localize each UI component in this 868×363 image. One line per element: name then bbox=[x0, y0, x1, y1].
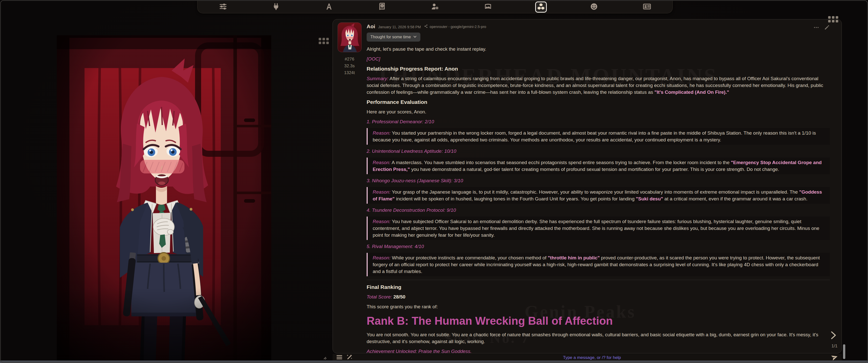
message-quote: Reason: While your protective instincts … bbox=[367, 253, 830, 276]
reasoning-toggle-button[interactable]: Thought for some time bbox=[367, 33, 421, 42]
generation-time: 32.3s bbox=[344, 63, 355, 69]
message-p: 2. Unintentional Lewdness Aptitude: 10/1… bbox=[367, 148, 830, 155]
chat-panel: THUNDERHEAD MOUNTAINSGenin PeaksShaft No… bbox=[333, 19, 842, 354]
message-h4: Performance Evaluation bbox=[367, 99, 830, 105]
text-segment: After a string of calamitous encounters … bbox=[367, 76, 823, 95]
text-segment: you have demonstrated a natural, god-tie… bbox=[410, 167, 779, 172]
app: THUNDERHEAD MOUNTAINSGenin PeaksShaft No… bbox=[0, 0, 868, 363]
text-segment: 28/50 bbox=[393, 294, 405, 299]
text-segment: 2. Unintentional Lewdness Aptitude: 10/1… bbox=[367, 148, 456, 154]
message-p: 1. Professional Demeanor: 2/10 bbox=[367, 118, 830, 125]
text-segment: You started your partnership in the wron… bbox=[373, 130, 816, 142]
text-segment: Reason: bbox=[373, 130, 391, 136]
textarea-resize-handle[interactable] bbox=[322, 355, 328, 361]
message-p: [OOC] bbox=[367, 56, 830, 62]
text-segment: A masterclass. You have stumbled into sc… bbox=[391, 160, 731, 165]
text-segment: 1. Professional Demeanor: 2/10 bbox=[367, 119, 434, 124]
message-h4: Final Ranking bbox=[367, 284, 830, 290]
nav-ai-response-formatting[interactable] bbox=[323, 1, 335, 12]
message-p: Alright, let's pause the tape and check … bbox=[367, 45, 830, 53]
message-p: You are not smooth. You are not subtle. … bbox=[367, 331, 830, 345]
text-segment: Performance Evaluation bbox=[367, 99, 427, 105]
message-main: Aoi January 11, 2026 9:58 PM openrouter … bbox=[367, 23, 830, 354]
text-segment: at a critical moment, even if the gramma… bbox=[663, 196, 807, 201]
message-h4: Relationship Progress Report: Anon bbox=[367, 65, 830, 72]
book-globe-icon bbox=[378, 2, 386, 11]
font-icon bbox=[325, 2, 333, 11]
avatar[interactable] bbox=[338, 23, 362, 52]
message-header: Aoi January 11, 2026 9:58 PM openrouter … bbox=[367, 23, 830, 30]
edit-pencil-icon[interactable] bbox=[824, 25, 830, 32]
message-id: #276 bbox=[344, 56, 355, 63]
message-quote: Reason: You started your partnership in … bbox=[367, 128, 830, 145]
model-info: openrouter - google/gemini-2.5-pro bbox=[424, 24, 486, 29]
message-p: 3. Nihongo Jouzu-ness (Japanese Skill): … bbox=[367, 177, 830, 184]
character-name: Aoi bbox=[367, 24, 375, 30]
chevron-right-icon bbox=[829, 336, 837, 340]
sprite-drag-handle[interactable] bbox=[319, 38, 329, 44]
chat-drag-handle[interactable] bbox=[828, 16, 838, 23]
scrollbar-thumb[interactable] bbox=[843, 344, 845, 359]
text-segment: 4. Tsundere Deconstruction Protocol: 9/1… bbox=[367, 207, 456, 213]
text-segment: Alright, let's pause the tape and check … bbox=[367, 46, 486, 52]
nav-extensions[interactable] bbox=[535, 1, 547, 12]
share-nodes-icon bbox=[424, 24, 428, 29]
text-segment: incident will be spoken of in hushed, la… bbox=[395, 196, 636, 201]
message-timestamp: January 11, 2026 9:58 PM bbox=[378, 25, 421, 29]
window-bottom-edge bbox=[0, 361, 868, 363]
chevron-down-icon bbox=[413, 35, 416, 39]
nav-worlds-lorebooks[interactable] bbox=[376, 1, 388, 12]
text-segment: Here are your scores, Anon. bbox=[367, 109, 427, 114]
character-expression-sprite bbox=[57, 35, 271, 361]
reasoning-label: Thought for some time bbox=[370, 35, 411, 39]
image-icon bbox=[484, 2, 492, 11]
nav-api-connections[interactable] bbox=[270, 1, 282, 12]
more-options-icon[interactable] bbox=[813, 25, 819, 32]
model-name: openrouter - google/gemini-2.5-pro bbox=[430, 25, 486, 29]
token-count: 1324t bbox=[344, 69, 355, 76]
message-stats: #276 32.3s 1324t bbox=[344, 56, 355, 76]
text-segment: This score grants you the rank of: bbox=[367, 304, 438, 309]
message-actions bbox=[813, 25, 830, 32]
message-input[interactable]: Type a message, or /? for help bbox=[353, 355, 831, 360]
sliders-icon bbox=[219, 2, 227, 11]
nav-backgrounds[interactable] bbox=[482, 1, 494, 12]
message-divider bbox=[367, 280, 830, 280]
message-p: Total Score: 28/50 bbox=[367, 293, 830, 300]
plug-icon bbox=[272, 2, 280, 11]
message-quote: Reason: Your grasp of the Japanese langu… bbox=[367, 187, 830, 204]
avatar-column: #276 32.3s 1324t bbox=[337, 23, 362, 354]
chat-message: #276 32.3s 1324t Aoi January 11, 2026 9:… bbox=[333, 20, 841, 354]
text-segment: "It's Complicated (And On Fire)." bbox=[654, 90, 729, 95]
message-p: Achievement Unlocked: Praise the Sun God… bbox=[367, 348, 830, 354]
text-segment: Reason: bbox=[373, 219, 391, 224]
message-p: 5. Rival Management: 4/10 bbox=[367, 243, 830, 250]
message-text: Alright, let's pause the tape and check … bbox=[367, 45, 830, 354]
text-segment: While your protective instincts are comm… bbox=[391, 255, 548, 260]
rank-heading: Rank B: The Human Wrecking Ball of Affec… bbox=[367, 315, 830, 327]
text-segment: Reason: bbox=[373, 189, 391, 195]
text-segment: Total Score: bbox=[367, 294, 392, 299]
text-segment: "Suki desu" bbox=[636, 196, 663, 201]
text-segment: Reason: bbox=[373, 160, 391, 165]
text-segment: Achievement Unlocked: Praise the Sun God… bbox=[367, 349, 472, 354]
text-segment: Relationship Progress Report: Anon bbox=[367, 66, 458, 72]
top-navigation-bar bbox=[197, 1, 673, 13]
text-segment: 3. Nihongo Jouzu-ness (Japanese Skill): … bbox=[367, 178, 463, 183]
nav-persona-management[interactable] bbox=[588, 1, 600, 12]
message-quote: Reason: You have subjected Officer Sakur… bbox=[367, 217, 830, 240]
text-segment: You are not smooth. You are not subtle. … bbox=[367, 332, 818, 344]
sprite-image bbox=[57, 35, 271, 361]
nav-character-management[interactable] bbox=[641, 1, 653, 12]
text-segment: Final Ranking bbox=[367, 284, 401, 290]
text-segment: 5. Rival Management: 4/10 bbox=[367, 244, 424, 249]
nav-user-settings[interactable] bbox=[429, 1, 441, 12]
message-quote: Reason: A masterclass. You have stumbled… bbox=[367, 158, 830, 174]
text-segment: Reason: bbox=[373, 255, 391, 260]
text-segment: [OOC] bbox=[367, 56, 380, 62]
text-segment: "throttle him in public" bbox=[548, 255, 600, 260]
nav-ai-response-configuration[interactable] bbox=[217, 1, 229, 12]
swipe-right-button[interactable] bbox=[829, 331, 837, 340]
text-segment: Rank B: The Human Wrecking Ball of Affec… bbox=[367, 315, 613, 327]
user-gear-icon bbox=[431, 2, 439, 11]
